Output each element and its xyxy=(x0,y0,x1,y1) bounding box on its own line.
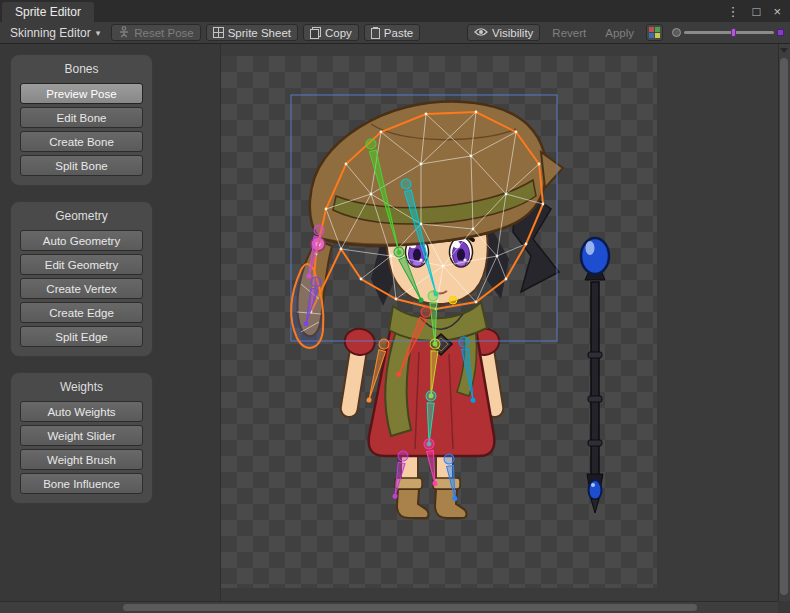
vertical-scrollbar[interactable] xyxy=(778,44,790,601)
tab-title: Sprite Editor xyxy=(15,5,81,19)
edit-bone-button[interactable]: Edit Bone xyxy=(20,107,143,128)
paste-button[interactable]: Paste xyxy=(364,24,420,41)
mode-label: Skinning Editor xyxy=(10,26,91,40)
panel-title-geometry: Geometry xyxy=(20,206,143,227)
bones-panel: Bones Preview Pose Edit Bone Create Bone… xyxy=(10,54,153,186)
scroll-arrow-icon[interactable] xyxy=(780,48,788,53)
sprite-sheet-label: Sprite Sheet xyxy=(228,27,291,39)
panel-title-weights: Weights xyxy=(20,377,143,398)
auto-geometry-button[interactable]: Auto Geometry xyxy=(20,230,143,251)
toolbar: Skinning Editor ▾ Reset Pose Sprite Shee… xyxy=(0,22,790,44)
panel-title-bones: Bones xyxy=(20,59,143,80)
visibility-button[interactable]: Visibility xyxy=(467,24,540,41)
sprite-canvas[interactable] xyxy=(220,44,778,601)
weights-panel: Weights Auto Weights Weight Slider Weigh… xyxy=(10,372,153,504)
copy-icon xyxy=(310,27,321,39)
copy-label: Copy xyxy=(325,27,352,39)
bone-joint[interactable] xyxy=(449,296,457,304)
horizontal-scrollbar[interactable] xyxy=(0,601,778,613)
slider-knob-icon[interactable] xyxy=(672,28,681,37)
auto-weights-button[interactable]: Auto Weights xyxy=(20,401,143,422)
geometry-panel: Geometry Auto Geometry Edit Geometry Cre… xyxy=(10,201,153,357)
slider-color-swatch[interactable] xyxy=(777,29,784,36)
color-settings-button[interactable] xyxy=(646,24,663,41)
reset-pose-label: Reset Pose xyxy=(134,27,193,39)
tool-sidebar: Bones Preview Pose Edit Bone Create Bone… xyxy=(0,44,220,601)
weight-slider-button[interactable]: Weight Slider xyxy=(20,425,143,446)
window-controls: ⋮ □ × xyxy=(727,0,790,22)
scrollbar-corner xyxy=(778,601,790,613)
reset-pose-icon xyxy=(118,26,130,40)
chevron-down-icon: ▾ xyxy=(96,28,101,38)
edit-geometry-button[interactable]: Edit Geometry xyxy=(20,254,143,275)
sprite-sheet-icon xyxy=(213,27,224,38)
paste-icon xyxy=(371,28,380,39)
split-bone-button[interactable]: Split Bone xyxy=(20,155,143,176)
titlebar: Sprite Editor ⋮ □ × xyxy=(0,0,790,22)
revert-button[interactable]: Revert xyxy=(545,27,593,39)
create-bone-button[interactable]: Create Bone xyxy=(20,131,143,152)
slider-handle[interactable] xyxy=(731,28,736,37)
skinning-editor-dropdown[interactable]: Skinning Editor ▾ xyxy=(4,22,106,43)
bone-influence-button[interactable]: Bone Influence xyxy=(20,473,143,494)
preview-pose-button[interactable]: Preview Pose xyxy=(20,83,143,104)
reset-pose-button[interactable]: Reset Pose xyxy=(111,24,200,41)
slider-track[interactable] xyxy=(684,31,774,34)
kebab-menu-icon[interactable]: ⋮ xyxy=(727,4,740,19)
staff-sprite xyxy=(581,238,609,513)
apply-button[interactable]: Apply xyxy=(598,27,641,39)
sprite-sheet-button[interactable]: Sprite Sheet xyxy=(206,24,298,41)
horizontal-scrollbar-thumb[interactable] xyxy=(123,604,697,611)
vertical-scrollbar-thumb[interactable] xyxy=(780,58,788,595)
eye-icon xyxy=(474,27,488,39)
tab-sprite-editor[interactable]: Sprite Editor xyxy=(2,2,94,22)
copy-button[interactable]: Copy xyxy=(303,24,359,41)
zoom-slider[interactable] xyxy=(672,28,784,37)
canvas-overlay xyxy=(221,44,778,601)
maximize-icon[interactable]: □ xyxy=(753,4,761,19)
weight-brush-button[interactable]: Weight Brush xyxy=(20,449,143,470)
split-edge-button[interactable]: Split Edge xyxy=(20,326,143,347)
close-icon[interactable]: × xyxy=(773,4,781,19)
visibility-label: Visibility xyxy=(492,27,533,39)
create-edge-button[interactable]: Create Edge xyxy=(20,302,143,323)
create-vertex-button[interactable]: Create Vertex xyxy=(20,278,143,299)
paste-label: Paste xyxy=(384,27,413,39)
color-grid-icon xyxy=(649,27,660,38)
